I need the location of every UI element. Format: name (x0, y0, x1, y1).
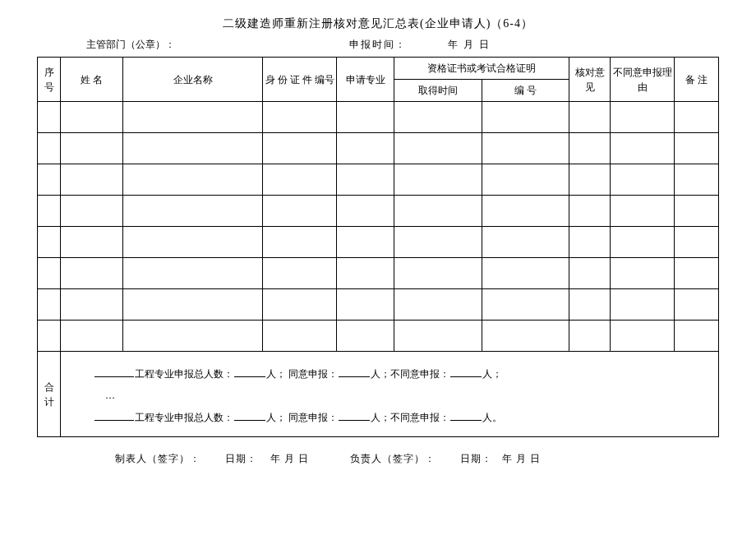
col-obtain-time: 取得时间 (394, 80, 482, 102)
col-cert-no: 编 号 (482, 80, 569, 102)
footer-row: 制表人（签字）： 日期： 年 月 日 负责人（签字）： 日期： 年 月 日 (37, 452, 719, 466)
summary-label: 合计 (38, 352, 61, 437)
header-row: 主管部门（公章）： 申报时间： 年 月 日 (37, 38, 719, 52)
date-value: 年 月 日 (448, 39, 491, 50)
footer-date2: 日期： 年 月 日 (460, 452, 541, 466)
table-row (38, 227, 719, 258)
apply-date: 申报时间： 年 月 日 (341, 38, 719, 52)
table-row (38, 164, 719, 196)
table-row (38, 102, 719, 133)
col-major: 申请专业 (337, 58, 394, 102)
col-seq: 序号 (38, 58, 61, 102)
table-row (38, 133, 719, 164)
col-id: 身 份 证 件 编号 (263, 58, 337, 102)
main-table: 序号 姓 名 企业名称 身 份 证 件 编号 申请专业 资格证书或考试合格证明 … (37, 57, 719, 437)
table-row (38, 196, 719, 227)
date-label: 申报时间： (349, 39, 407, 50)
col-opinion: 核对意见 (569, 58, 611, 102)
footer-responsible: 负责人（签字）： (350, 452, 436, 466)
col-reason: 不同意申报理由 (611, 58, 675, 102)
summary-row: 合计 工程专业申报总人数：人； 同意申报：人；不同意申报：人； … 工程专业申报… (38, 352, 719, 437)
col-qualification-group: 资格证书或考试合格证明 (394, 58, 569, 80)
summary-line-2: 工程专业申报总人数：人； 同意申报：人；不同意申报：人。 (94, 407, 710, 428)
col-remark: 备 注 (675, 58, 719, 102)
table-row (38, 289, 719, 321)
table-row (38, 321, 719, 352)
page-title: 二级建造师重新注册核对意见汇总表(企业申请人)（6-4） (37, 16, 719, 31)
summary-content: 工程专业申报总人数：人； 同意申报：人；不同意申报：人； … 工程专业申报总人数… (61, 352, 719, 437)
summary-ellipsis: … (94, 385, 710, 406)
header-row-1: 序号 姓 名 企业名称 身 份 证 件 编号 申请专业 资格证书或考试合格证明 … (38, 58, 719, 80)
dept-label: 主管部门（公章）： (37, 38, 341, 52)
footer-date1: 日期： 年 月 日 (225, 452, 309, 466)
col-company: 企业名称 (123, 58, 263, 102)
summary-line-1: 工程专业申报总人数：人； 同意申报：人；不同意申报：人； (94, 363, 710, 385)
col-name: 姓 名 (61, 58, 123, 102)
footer-maker: 制表人（签字）： (115, 452, 201, 466)
table-row (38, 258, 719, 289)
